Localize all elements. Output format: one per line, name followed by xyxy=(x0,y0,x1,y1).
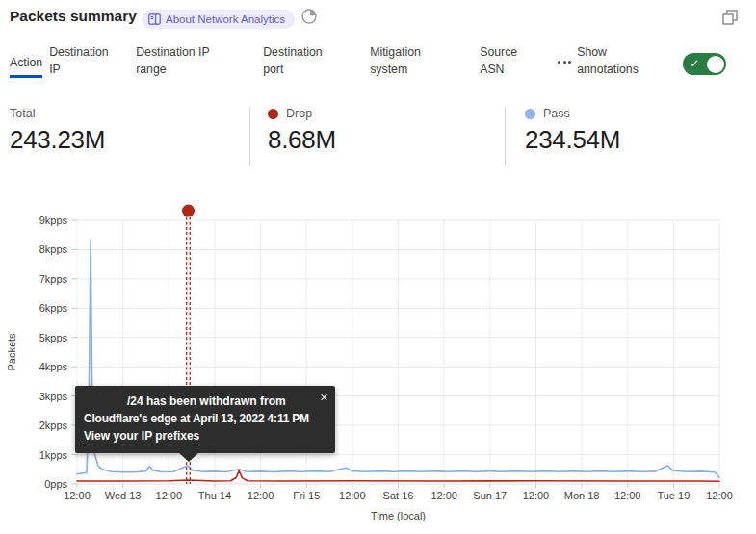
y-tick-label: 7kpps xyxy=(39,273,68,285)
y-tick-label: 8kpps xyxy=(39,243,68,255)
book-icon xyxy=(148,13,161,25)
x-tick-label: 12:00 xyxy=(248,490,274,501)
tab-destination-ip-range[interactable]: Destination IP range xyxy=(136,44,224,79)
packets-time-series-chart: 12:00Wed 1312:00Thu 1412:00Fri 1512:00Sa… xyxy=(0,188,756,534)
pass-dot-icon xyxy=(525,109,535,119)
y-tick-label: 1kpps xyxy=(39,449,68,461)
x-tick-label: 12:00 xyxy=(706,490,733,501)
stat-pass-label: Pass xyxy=(543,107,570,120)
check-icon: ✓ xyxy=(690,56,699,72)
x-tick-label: 12:00 xyxy=(430,490,457,501)
toggle-knob xyxy=(707,56,724,73)
popout-icon[interactable] xyxy=(720,8,740,27)
stat-pass-value: 234.54M xyxy=(525,125,620,155)
tab-action[interactable]: Action xyxy=(10,55,42,78)
y-tick-label: 6kpps xyxy=(39,302,68,314)
y-tick-label: 3kpps xyxy=(39,391,68,402)
y-tick-label: 5kpps xyxy=(39,332,68,343)
x-tick-label: Tue 19 xyxy=(657,490,690,501)
tooltip-caret xyxy=(178,452,199,462)
x-axis-title: Time (local) xyxy=(371,510,426,521)
stat-drop-label: Drop xyxy=(286,107,312,120)
stat-total-label: Total xyxy=(10,107,35,120)
close-icon[interactable]: ✕ xyxy=(320,390,328,406)
stat-total-value: 243.23M xyxy=(10,125,105,155)
y-axis-title: Packets xyxy=(6,333,17,371)
tab-destination-port[interactable]: Destination port xyxy=(263,44,330,79)
view-ip-prefixes-link[interactable]: View your IP prefixes xyxy=(84,427,199,445)
page-title: Packets summary xyxy=(10,8,137,25)
drop-dot-icon xyxy=(268,109,278,119)
x-tick-label: 12:00 xyxy=(523,490,550,501)
tab-source-asn[interactable]: Source ASN xyxy=(480,44,526,79)
tab-mitigation-system[interactable]: Mitigation system xyxy=(370,44,439,79)
annotation-marker-dot[interactable] xyxy=(182,205,195,217)
more-tabs-icon[interactable] xyxy=(558,61,571,64)
stat-pass: Pass 234.54M xyxy=(525,107,620,155)
tooltip-line1: /24 has been withdrawn from xyxy=(127,393,326,410)
about-network-analytics-badge[interactable]: About Network Analytics xyxy=(142,10,295,29)
y-tick-label: 4kpps xyxy=(39,361,68,372)
x-tick-label: 12:00 xyxy=(614,490,641,501)
show-annotations-toggle[interactable]: ✓ xyxy=(683,53,726,75)
x-tick-label: Wed 13 xyxy=(105,490,142,501)
annotation-tooltip: ✕ /24 has been withdrawn from Cloudflare… xyxy=(75,386,335,453)
x-tick-label: Fri 15 xyxy=(293,490,320,501)
x-tick-label: Mon 18 xyxy=(564,490,600,501)
show-annotations-label: Show annotations xyxy=(577,44,654,79)
y-tick-label: 9kpps xyxy=(39,215,68,226)
x-tick-label: Thu 14 xyxy=(198,490,231,501)
x-tick-label: Sun 17 xyxy=(473,490,507,501)
x-tick-label: 12:00 xyxy=(156,490,183,501)
dimension-tabs: Action Destination IP Destination IP ran… xyxy=(10,44,726,79)
stat-drop-value: 8.68M xyxy=(268,125,336,155)
stat-total: Total 243.23M xyxy=(10,107,105,155)
tab-destination-ip[interactable]: Destination IP xyxy=(49,44,113,79)
x-tick-label: Sat 16 xyxy=(383,490,414,501)
x-tick-label: 12:00 xyxy=(64,490,91,501)
tooltip-line2: Cloudflare's edge at April 13, 2022 4:11… xyxy=(84,410,326,427)
y-tick-label: 2kpps xyxy=(39,420,68,431)
stat-drop: Drop 8.68M xyxy=(268,107,336,155)
stat-divider xyxy=(505,107,506,166)
time-range-pie-icon[interactable] xyxy=(300,8,318,25)
stat-divider xyxy=(249,107,250,166)
x-tick-label: 12:00 xyxy=(339,490,366,501)
y-tick-label: 0pps xyxy=(44,478,67,490)
about-badge-label: About Network Analytics xyxy=(166,13,285,25)
